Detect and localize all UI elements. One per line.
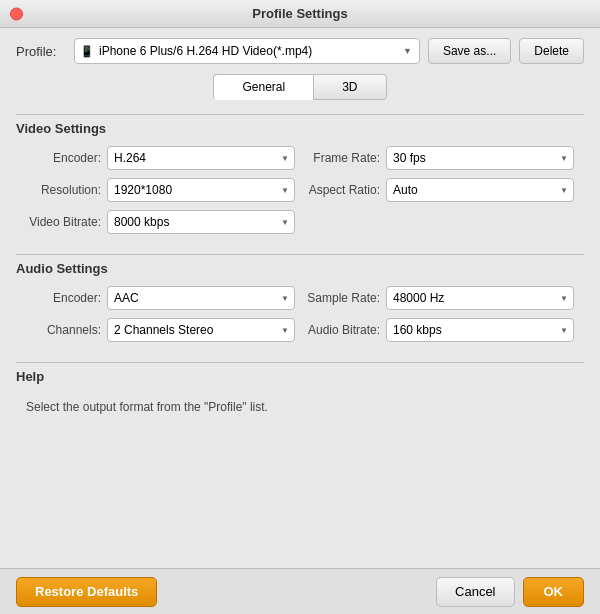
- audio-divider: [16, 254, 584, 255]
- channels-select[interactable]: 2 Channels Stereo Mono 5.1 Surround: [107, 318, 295, 342]
- video-bitrate-select[interactable]: 8000 kbps 6000 kbps 4000 kbps 2000 kbps: [107, 210, 295, 234]
- video-settings-title: Video Settings: [16, 121, 584, 136]
- close-button[interactable]: [10, 7, 23, 20]
- cancel-button[interactable]: Cancel: [436, 577, 514, 607]
- profile-label: Profile:: [16, 44, 66, 59]
- profile-select[interactable]: iPhone 6 Plus/6 H.264 HD Video(*.mp4) iP…: [74, 38, 420, 64]
- footer-right: Cancel OK: [436, 577, 584, 607]
- frame-rate-select[interactable]: 30 fps 25 fps 24 fps 60 fps: [386, 146, 574, 170]
- audio-bitrate-select[interactable]: 160 kbps 128 kbps 192 kbps 320 kbps: [386, 318, 574, 342]
- tab-3d[interactable]: 3D: [313, 74, 386, 100]
- empty-cell: [305, 210, 574, 234]
- video-bitrate-row: Video Bitrate: 8000 kbps 6000 kbps 4000 …: [26, 210, 295, 234]
- channels-label: Channels:: [26, 323, 101, 337]
- frame-rate-select-wrapper: 30 fps 25 fps 24 fps 60 fps: [386, 146, 574, 170]
- help-section: Help Select the output format from the "…: [16, 356, 584, 420]
- encoder-select-wrapper: H.264 H.265 MPEG-4: [107, 146, 295, 170]
- resolution-row: Resolution: 1920*1080 1280*720 854*480 6…: [26, 178, 295, 202]
- audio-encoder-row: Encoder: AAC MP3 AC3: [26, 286, 295, 310]
- title-bar: Profile Settings: [0, 0, 600, 28]
- resolution-label: Resolution:: [26, 183, 101, 197]
- frame-rate-label: Frame Rate:: [305, 151, 380, 165]
- window-title: Profile Settings: [252, 6, 347, 21]
- audio-settings-section: Audio Settings Encoder: AAC MP3 AC3 Samp…: [16, 248, 584, 342]
- footer: Restore Defaults Cancel OK: [0, 568, 600, 614]
- encoder-label: Encoder:: [26, 151, 101, 165]
- frame-rate-row: Frame Rate: 30 fps 25 fps 24 fps 60 fps: [305, 146, 574, 170]
- resolution-select[interactable]: 1920*1080 1280*720 854*480 640*360: [107, 178, 295, 202]
- audio-settings-grid: Encoder: AAC MP3 AC3 Sample Rate: 48000 …: [16, 286, 584, 342]
- save-as-button[interactable]: Save as...: [428, 38, 511, 64]
- audio-encoder-select[interactable]: AAC MP3 AC3: [107, 286, 295, 310]
- restore-defaults-button[interactable]: Restore Defaults: [16, 577, 157, 607]
- audio-encoder-label: Encoder:: [26, 291, 101, 305]
- help-title: Help: [16, 369, 584, 384]
- channels-row: Channels: 2 Channels Stereo Mono 5.1 Sur…: [26, 318, 295, 342]
- sample-rate-label: Sample Rate:: [305, 291, 380, 305]
- encoder-row: Encoder: H.264 H.265 MPEG-4: [26, 146, 295, 170]
- delete-button[interactable]: Delete: [519, 38, 584, 64]
- help-divider: [16, 362, 584, 363]
- audio-bitrate-row: Audio Bitrate: 160 kbps 128 kbps 192 kbp…: [305, 318, 574, 342]
- help-text: Select the output format from the "Profi…: [16, 394, 584, 420]
- profile-select-wrapper: 📱 iPhone 6 Plus/6 H.264 HD Video(*.mp4) …: [74, 38, 420, 64]
- audio-settings-title: Audio Settings: [16, 261, 584, 276]
- audio-bitrate-select-wrapper: 160 kbps 128 kbps 192 kbps 320 kbps: [386, 318, 574, 342]
- tabs-row: General 3D: [16, 74, 584, 100]
- sample-rate-select-wrapper: 48000 Hz 44100 Hz 22050 Hz: [386, 286, 574, 310]
- video-settings-section: Video Settings Encoder: H.264 H.265 MPEG…: [16, 108, 584, 234]
- aspect-ratio-label: Aspect Ratio:: [305, 183, 380, 197]
- video-bitrate-select-wrapper: 8000 kbps 6000 kbps 4000 kbps 2000 kbps: [107, 210, 295, 234]
- sample-rate-select[interactable]: 48000 Hz 44100 Hz 22050 Hz: [386, 286, 574, 310]
- profile-row: Profile: 📱 iPhone 6 Plus/6 H.264 HD Vide…: [16, 38, 584, 64]
- video-settings-grid: Encoder: H.264 H.265 MPEG-4 Frame Rate: …: [16, 146, 584, 234]
- aspect-ratio-select[interactable]: Auto 16:9 4:3 1:1: [386, 178, 574, 202]
- audio-bitrate-label: Audio Bitrate:: [305, 323, 380, 337]
- ok-button[interactable]: OK: [523, 577, 585, 607]
- video-bitrate-label: Video Bitrate:: [26, 215, 101, 229]
- tab-general[interactable]: General: [213, 74, 313, 100]
- sample-rate-row: Sample Rate: 48000 Hz 44100 Hz 22050 Hz: [305, 286, 574, 310]
- main-content: Profile: 📱 iPhone 6 Plus/6 H.264 HD Vide…: [0, 28, 600, 420]
- video-divider: [16, 114, 584, 115]
- audio-encoder-select-wrapper: AAC MP3 AC3: [107, 286, 295, 310]
- resolution-select-wrapper: 1920*1080 1280*720 854*480 640*360: [107, 178, 295, 202]
- aspect-ratio-select-wrapper: Auto 16:9 4:3 1:1: [386, 178, 574, 202]
- channels-select-wrapper: 2 Channels Stereo Mono 5.1 Surround: [107, 318, 295, 342]
- encoder-select[interactable]: H.264 H.265 MPEG-4: [107, 146, 295, 170]
- aspect-ratio-row: Aspect Ratio: Auto 16:9 4:3 1:1: [305, 178, 574, 202]
